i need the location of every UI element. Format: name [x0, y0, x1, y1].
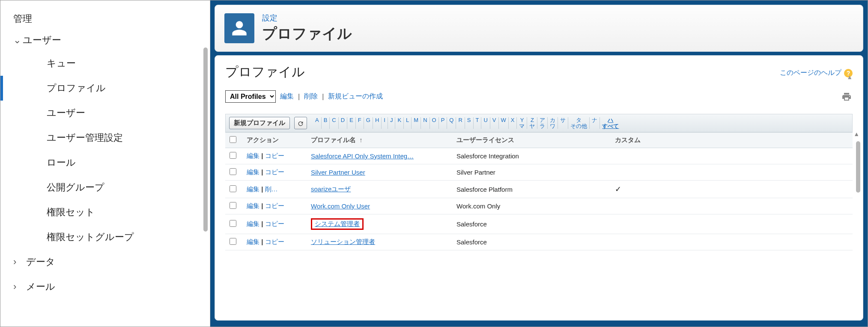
content-scrollbar[interactable]	[856, 141, 860, 193]
row-license: Silver Partner	[452, 164, 611, 181]
row-checkbox[interactable]	[230, 152, 236, 159]
alpha-stack-0[interactable]: Yマ	[517, 117, 527, 129]
alpha-stack-7[interactable]: ハすべて	[600, 117, 621, 129]
alpha-L[interactable]: L	[404, 117, 412, 129]
refresh-button[interactable]	[294, 117, 307, 129]
copy-link[interactable]: コピー	[265, 152, 284, 159]
sidebar-item-users[interactable]: ⌄ ユーザー	[0, 30, 210, 51]
sidebar-item-label: データ	[26, 256, 55, 268]
sidebar-children: キュー プロファイル ユーザー ユーザー管理設定 ロール 公開グループ 権限セッ…	[0, 51, 210, 250]
alpha-C[interactable]: C	[330, 117, 338, 129]
row-checkbox[interactable]	[230, 185, 236, 192]
view-create-link[interactable]: 新規ビューの作成	[328, 92, 383, 101]
edit-link[interactable]: 編集	[247, 238, 260, 245]
edit-link[interactable]: 編集	[247, 220, 260, 227]
row-custom	[611, 148, 853, 164]
profile-link[interactable]: Work.com Only User	[311, 202, 370, 210]
alpha-N[interactable]: N	[421, 117, 430, 129]
sidebar-scrollbar[interactable]	[203, 48, 208, 232]
alpha-W[interactable]: W	[499, 117, 509, 129]
row-checkbox[interactable]	[230, 202, 236, 209]
scroll-up-icon[interactable]: ▲	[853, 131, 859, 137]
profile-link[interactable]: システム管理者	[315, 220, 360, 227]
alpha-stack-4[interactable]: サ	[558, 117, 568, 129]
col-license[interactable]: ユーザーライセンス	[452, 133, 611, 148]
profile-link[interactable]: ソリューション管理者	[311, 238, 375, 245]
alpha-A[interactable]: A	[313, 117, 322, 129]
sidebar-item-label: メール	[26, 280, 55, 293]
alpha-I[interactable]: I	[382, 117, 388, 129]
header-text: 設定 プロファイル	[262, 13, 352, 44]
help-link[interactable]: このページのヘルプ ?	[780, 68, 853, 77]
row-actions: 編集 | 削…	[242, 181, 307, 198]
alpha-stack-6[interactable]: ナ	[590, 117, 600, 129]
sidebar-item-user-mgmt[interactable]: ユーザー管理設定	[0, 125, 210, 150]
sidebar-item-role[interactable]: ロール	[0, 150, 210, 175]
view-edit-link[interactable]: 編集	[280, 92, 294, 101]
alpha-M[interactable]: M	[412, 117, 421, 129]
collapse-icon[interactable]: ▲	[847, 74, 853, 80]
alpha-X[interactable]: X	[509, 117, 517, 129]
alpha-H[interactable]: H	[373, 117, 382, 129]
alpha-stack-1[interactable]: Zヤ	[527, 117, 537, 129]
sidebar-item-mail[interactable]: › メール	[0, 274, 210, 299]
alpha-stack-3[interactable]: カワ	[548, 117, 558, 129]
alpha-E[interactable]: E	[347, 117, 356, 129]
alpha-Q[interactable]: Q	[447, 117, 456, 129]
sidebar-item-permset[interactable]: 権限セット	[0, 200, 210, 225]
alpha-S[interactable]: S	[465, 117, 474, 129]
sidebar-item-data[interactable]: › データ	[0, 250, 210, 274]
alpha-F[interactable]: F	[356, 117, 364, 129]
sidebar-item-public-group[interactable]: 公開グループ	[0, 175, 210, 200]
select-all-checkbox[interactable]	[230, 136, 236, 143]
print-icon[interactable]	[841, 92, 853, 102]
alpha-P[interactable]: P	[439, 117, 447, 129]
row-checkbox[interactable]	[230, 238, 236, 245]
alpha-U[interactable]: U	[481, 117, 490, 129]
edit-link[interactable]: 編集	[247, 185, 260, 193]
copy-link[interactable]: 削…	[265, 185, 278, 193]
col-action[interactable]: アクション	[242, 133, 307, 148]
sidebar-item-profile[interactable]: プロファイル	[0, 76, 210, 101]
sidebar: 管理 ⌄ ユーザー キュー プロファイル ユーザー ユーザー管理設定 ロール 公…	[0, 0, 210, 327]
alpha-D[interactable]: D	[339, 117, 347, 129]
row-checkbox[interactable]	[230, 168, 236, 175]
row-name: Silver Partner User	[307, 164, 452, 181]
sidebar-item-user[interactable]: ユーザー	[0, 101, 210, 125]
alpha-B[interactable]: B	[322, 117, 330, 129]
copy-link[interactable]: コピー	[265, 202, 284, 209]
col-name[interactable]: プロファイル名 ↑	[307, 133, 452, 148]
row-checkbox[interactable]	[230, 220, 236, 227]
row-custom	[611, 198, 853, 214]
col-custom[interactable]: カスタム	[611, 133, 853, 148]
alpha-R[interactable]: R	[456, 117, 465, 129]
row-name: システム管理者	[307, 214, 452, 234]
alpha-G[interactable]: G	[364, 117, 373, 129]
copy-link[interactable]: コピー	[265, 168, 284, 175]
alpha-O[interactable]: O	[430, 117, 439, 129]
alpha-stack-5[interactable]: タその他	[568, 117, 590, 129]
alpha-V[interactable]: V	[490, 117, 499, 129]
content-inner: ▲ プロファイル このページのヘルプ ? All Profiles 編集 | 削…	[215, 56, 863, 250]
alpha-J[interactable]: J	[388, 117, 396, 129]
profile-link[interactable]: soarizeユーザ	[311, 185, 351, 193]
sidebar-item-queue[interactable]: キュー	[0, 51, 210, 76]
profile-icon	[224, 13, 254, 43]
copy-link[interactable]: コピー	[265, 220, 284, 227]
sidebar-item-permset-group[interactable]: 権限セットグループ	[0, 225, 210, 250]
edit-link[interactable]: 編集	[247, 202, 260, 209]
edit-link[interactable]: 編集	[247, 152, 260, 159]
new-profile-button[interactable]: 新規プロファイル	[229, 117, 290, 129]
view-delete-link[interactable]: 削除	[304, 92, 318, 101]
row-actions: 編集 | コピー	[242, 214, 307, 234]
alpha-K[interactable]: K	[395, 117, 404, 129]
alpha-stack-2[interactable]: アラ	[537, 117, 548, 129]
sidebar-section-admin: 管理	[0, 8, 210, 30]
profile-link[interactable]: Silver Partner User	[311, 169, 365, 176]
edit-link[interactable]: 編集	[247, 168, 260, 175]
table-header-row: アクション プロファイル名 ↑ ユーザーライセンス カスタム	[225, 133, 853, 148]
copy-link[interactable]: コピー	[265, 238, 284, 245]
alpha-T[interactable]: T	[474, 117, 482, 129]
view-select[interactable]: All Profiles	[225, 90, 276, 103]
profile-link[interactable]: Salesforce API Only System Integ…	[311, 152, 414, 160]
